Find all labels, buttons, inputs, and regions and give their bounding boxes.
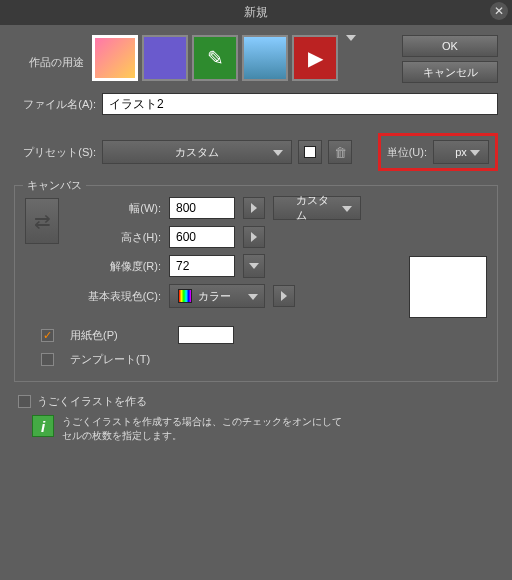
template-label: テンプレート(T) xyxy=(70,352,150,367)
filename-label: ファイル名(A): xyxy=(14,97,96,112)
info-text: うごくイラストを作成する場合は、このチェックをオンにして セルの枚数を指定します… xyxy=(62,415,342,443)
cancel-button[interactable]: キャンセル xyxy=(402,61,498,83)
rotate-button[interactable]: ⇄ xyxy=(25,198,59,244)
filename-input[interactable] xyxy=(102,93,498,115)
delete-preset-button[interactable]: 🗑 xyxy=(328,140,352,164)
ok-button[interactable]: OK xyxy=(402,35,498,57)
canvas-fieldset: キャンバス ⇄ 幅(W): カスタム 高さ(H): xyxy=(14,185,498,382)
unit-dropdown[interactable]: px xyxy=(433,140,489,164)
paper-label: 用紙色(P) xyxy=(70,328,118,343)
template-checkbox[interactable] xyxy=(41,353,54,366)
colormode-dropdown[interactable]: カラー xyxy=(169,284,265,308)
purpose-illustration-icon[interactable] xyxy=(92,35,138,81)
colormode-label: 基本表現色(C): xyxy=(69,289,161,304)
dialog-title: 新規 xyxy=(244,5,268,19)
paper-checkbox[interactable] xyxy=(41,329,54,342)
width-arrow-button[interactable] xyxy=(243,197,265,219)
moving-illust-checkbox[interactable] xyxy=(18,395,31,408)
height-arrow-button[interactable] xyxy=(243,226,265,248)
trash-icon: 🗑 xyxy=(334,145,347,160)
height-input[interactable] xyxy=(169,226,235,248)
preset-label: プリセット(S): xyxy=(14,145,96,160)
resolution-label: 解像度(R): xyxy=(69,259,161,274)
width-label: 幅(W): xyxy=(69,201,161,216)
info-icon: i xyxy=(32,415,54,437)
paper-color-swatch[interactable] xyxy=(178,326,234,344)
resolution-dropdown[interactable] xyxy=(243,254,265,278)
purpose-animation-icon[interactable]: ▶ xyxy=(292,35,338,81)
width-input[interactable] xyxy=(169,197,235,219)
close-button[interactable]: ✕ xyxy=(490,2,508,20)
purpose-comic-icon[interactable] xyxy=(142,35,188,81)
purpose-thumbnails: ✎ ▶ xyxy=(92,35,338,81)
unit-label: 単位(U): xyxy=(387,145,427,160)
save-preset-button[interactable] xyxy=(298,140,322,164)
unit-highlight: 単位(U): px xyxy=(378,133,498,171)
resolution-input[interactable] xyxy=(169,255,235,277)
purpose-print-icon[interactable] xyxy=(242,35,288,81)
purpose-label: 作品の用途 xyxy=(14,35,84,70)
moving-illust-label: うごくイラストを作る xyxy=(37,394,147,409)
canvas-preview xyxy=(409,256,487,318)
colormode-arrow-button[interactable] xyxy=(273,285,295,307)
purpose-book-icon[interactable]: ✎ xyxy=(192,35,238,81)
preset-dropdown[interactable]: カスタム xyxy=(102,140,292,164)
canvas-legend: キャンバス xyxy=(23,178,86,193)
height-label: 高さ(H): xyxy=(69,230,161,245)
purpose-dropdown-icon[interactable] xyxy=(346,35,360,47)
color-stripe-icon xyxy=(178,289,192,303)
size-preset-dropdown[interactable]: カスタム xyxy=(273,196,361,220)
